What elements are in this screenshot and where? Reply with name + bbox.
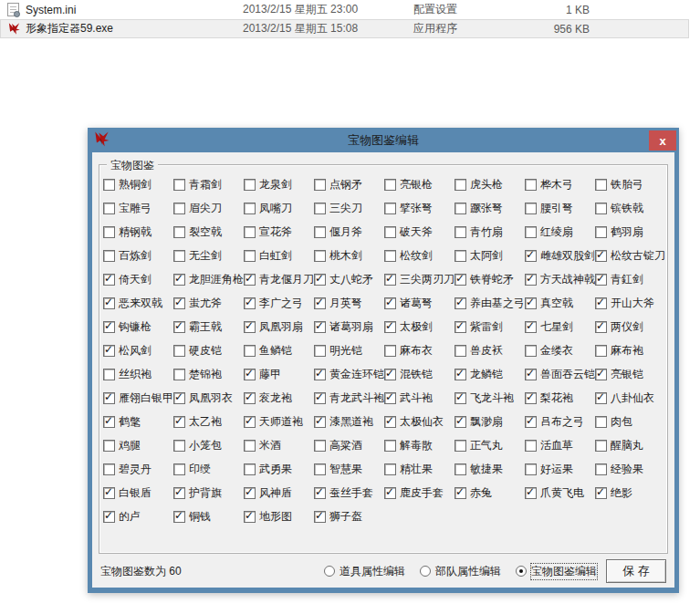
checkbox-checked[interactable]: ✓: [384, 487, 396, 499]
checkbox-checked[interactable]: ✓: [173, 321, 185, 333]
checkbox-checked[interactable]: ✓: [314, 511, 326, 523]
treasure-checkbox-item[interactable]: ✓宝雕弓: [103, 201, 173, 216]
checkbox-checked[interactable]: ✓: [454, 297, 466, 309]
checkbox[interactable]: ✓: [454, 345, 466, 357]
checkbox[interactable]: ✓: [244, 345, 256, 357]
treasure-checkbox-item[interactable]: ✓青竹扇: [454, 224, 525, 240]
checkbox[interactable]: ✓: [314, 345, 326, 357]
checkbox[interactable]: ✓: [173, 226, 185, 238]
treasure-checkbox-item[interactable]: ✓霸王戟: [173, 319, 244, 335]
treasure-checkbox-item[interactable]: ✓凤嘴刀: [244, 201, 314, 216]
treasure-checkbox-item[interactable]: ✓养由基之弓: [454, 296, 525, 311]
treasure-checkbox-item[interactable]: ✓小笼包: [173, 438, 244, 453]
checkbox[interactable]: ✓: [173, 179, 185, 191]
checkbox[interactable]: ✓: [384, 226, 396, 238]
checkbox[interactable]: ✓: [525, 203, 537, 214]
checkbox-checked[interactable]: ✓: [244, 369, 256, 380]
treasure-checkbox-item[interactable]: ✓解毒散: [384, 438, 454, 453]
checkbox-checked[interactable]: ✓: [103, 274, 115, 286]
treasure-checkbox-item[interactable]: ✓天师道袍: [244, 414, 314, 430]
checkbox-checked[interactable]: ✓: [314, 297, 326, 309]
checkbox-checked[interactable]: ✓: [244, 392, 256, 404]
radio-option-troop-edit[interactable]: 部队属性编辑: [420, 564, 501, 579]
checkbox[interactable]: ✓: [314, 250, 326, 262]
treasure-checkbox-item[interactable]: ✓八卦仙衣: [595, 390, 665, 406]
checkbox[interactable]: ✓: [103, 250, 115, 262]
treasure-checkbox-item[interactable]: ✓漆黑道袍: [314, 414, 384, 430]
treasure-checkbox-item[interactable]: ✓铁脊蛇矛: [454, 272, 525, 287]
checkbox[interactable]: ✓: [173, 203, 185, 214]
radio-option-item-edit[interactable]: 道具属性编辑: [324, 564, 405, 579]
checkbox[interactable]: ✓: [314, 226, 326, 238]
checkbox-checked[interactable]: ✓: [384, 297, 396, 309]
treasure-checkbox-item[interactable]: ✓百炼剑: [103, 248, 173, 264]
treasure-checkbox-item[interactable]: ✓智慧果: [314, 462, 384, 477]
treasure-checkbox-item[interactable]: ✓武勇果: [244, 462, 314, 477]
checkbox[interactable]: ✓: [595, 226, 607, 238]
treasure-checkbox-item[interactable]: ✓敏捷果: [454, 462, 525, 477]
treasure-checkbox-item[interactable]: ✓武斗袍: [384, 390, 454, 406]
checkbox[interactable]: ✓: [314, 463, 326, 475]
treasure-checkbox-item[interactable]: ✓爪黄飞电: [525, 485, 595, 501]
treasure-checkbox-item[interactable]: ✓兽面吞云铠: [525, 367, 595, 382]
treasure-checkbox-item[interactable]: ✓太乙袍: [173, 414, 244, 430]
checkbox-checked[interactable]: ✓: [454, 369, 466, 380]
checkbox-checked[interactable]: ✓: [525, 487, 537, 499]
checkbox-checked[interactable]: ✓: [595, 321, 607, 333]
treasure-checkbox-item[interactable]: ✓无尘剑: [173, 248, 244, 264]
checkbox-checked[interactable]: ✓: [244, 274, 256, 286]
treasure-checkbox-item[interactable]: ✓黄金连环铠: [314, 367, 384, 382]
treasure-checkbox-item[interactable]: ✓白银盾: [103, 485, 173, 501]
checkbox-checked[interactable]: ✓: [244, 321, 256, 333]
treasure-checkbox-item[interactable]: ✓藤甲: [244, 367, 314, 382]
treasure-checkbox-item[interactable]: ✓三尖两刃刀: [384, 272, 454, 287]
checkbox[interactable]: ✓: [244, 226, 256, 238]
checkbox[interactable]: ✓: [454, 179, 466, 191]
checkbox[interactable]: ✓: [244, 179, 256, 191]
treasure-checkbox-item[interactable]: ✓七星剑: [525, 319, 595, 335]
checkbox[interactable]: ✓: [595, 203, 607, 214]
treasure-checkbox-item[interactable]: ✓诸葛弩: [384, 296, 454, 311]
treasure-checkbox-item[interactable]: ✓恶来双戟: [103, 296, 173, 311]
checkbox[interactable]: ✓: [103, 203, 115, 214]
treasure-checkbox-item[interactable]: ✓麻布衣: [384, 343, 454, 359]
treasure-checkbox-item[interactable]: ✓高粱酒: [314, 438, 384, 453]
treasure-checkbox-item[interactable]: ✓松纹剑: [384, 248, 454, 264]
checkbox-checked[interactable]: ✓: [314, 369, 326, 380]
checkbox-checked[interactable]: ✓: [103, 392, 115, 404]
treasure-checkbox-item[interactable]: ✓风神盾: [244, 485, 314, 501]
treasure-checkbox-item[interactable]: ✓倚天剑: [103, 272, 173, 287]
checkbox[interactable]: ✓: [525, 179, 537, 191]
checkbox[interactable]: ✓: [244, 440, 256, 452]
checkbox-checked[interactable]: ✓: [173, 392, 185, 404]
treasure-checkbox-item[interactable]: ✓鱼鳞铠: [244, 343, 314, 359]
treasure-checkbox-item[interactable]: ✓经验果: [595, 462, 665, 477]
checkbox-checked[interactable]: ✓: [595, 250, 607, 262]
treasure-checkbox-item[interactable]: ✓龙泉剑: [244, 177, 314, 193]
treasure-checkbox-item[interactable]: ✓混铁铠: [384, 367, 454, 382]
checkbox[interactable]: ✓: [314, 440, 326, 452]
treasure-checkbox-item[interactable]: ✓精钢戟: [103, 224, 173, 240]
checkbox[interactable]: ✓: [595, 416, 607, 428]
checkbox-checked[interactable]: ✓: [525, 416, 537, 428]
checkbox-checked[interactable]: ✓: [314, 274, 326, 286]
treasure-checkbox-item[interactable]: ✓精壮果: [384, 462, 454, 477]
treasure-checkbox-item[interactable]: ✓狮子盔: [314, 509, 384, 525]
treasure-checkbox-item[interactable]: ✓两仪剑: [595, 319, 665, 335]
checkbox-checked[interactable]: ✓: [384, 369, 396, 380]
treasure-checkbox-item[interactable]: ✓偃月斧: [314, 224, 384, 240]
treasure-checkbox-item[interactable]: ✓绝影: [595, 485, 665, 501]
checkbox-checked[interactable]: ✓: [384, 321, 396, 333]
checkbox-checked[interactable]: ✓: [454, 392, 466, 404]
treasure-checkbox-item[interactable]: ✓太极剑: [384, 319, 454, 335]
save-button[interactable]: 保 存: [606, 559, 666, 583]
checkbox-checked[interactable]: ✓: [103, 297, 115, 309]
checkbox[interactable]: ✓: [454, 226, 466, 238]
checkbox[interactable]: ✓: [454, 463, 466, 475]
checkbox-checked[interactable]: ✓: [525, 369, 537, 380]
treasure-checkbox-item[interactable]: ✓桃木剑: [314, 248, 384, 264]
treasure-checkbox-item[interactable]: ✓米酒: [244, 438, 314, 453]
treasure-checkbox-item[interactable]: ✓方天战神戟: [525, 272, 595, 287]
checkbox-checked[interactable]: ✓: [314, 487, 326, 499]
treasure-checkbox-item[interactable]: ✓兽皮袄: [454, 343, 525, 359]
